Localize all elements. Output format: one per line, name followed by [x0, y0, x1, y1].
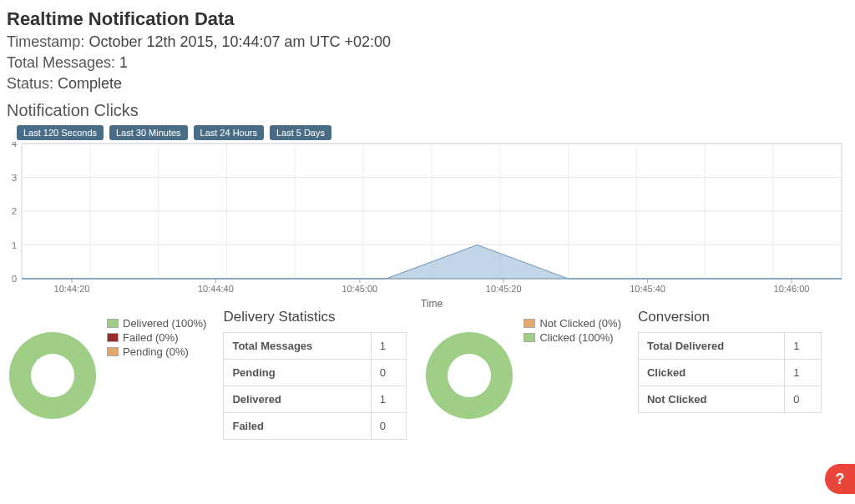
time-btn-120s[interactable]: Last 120 Seconds — [17, 125, 104, 140]
conversion-legend: Not Clicked (0%)Clicked (100%) — [524, 317, 621, 345]
legend-swatch — [107, 347, 119, 356]
svg-text:10:44:40: 10:44:40 — [198, 284, 234, 294]
legend-item: Clicked (100%) — [524, 331, 621, 344]
legend-label: Failed (0%) — [123, 331, 178, 344]
svg-text:2: 2 — [12, 206, 17, 216]
table-row: Delivered1 — [224, 386, 407, 413]
svg-text:10:46:00: 10:46:00 — [774, 284, 810, 294]
legend-swatch — [524, 333, 535, 342]
svg-text:10:45:00: 10:45:00 — [341, 284, 377, 294]
legend-item: Failed (0%) — [107, 331, 206, 344]
legend-swatch — [524, 319, 535, 328]
stat-value: 1 — [371, 386, 407, 413]
stat-label: Failed — [224, 413, 371, 440]
legend-label: Clicked (100%) — [539, 331, 613, 344]
svg-text:3: 3 — [12, 173, 17, 183]
clicks-chart: 0123410:44:2010:44:4010:45:0010:45:2010:… — [7, 142, 848, 300]
status-label: Status: — [7, 75, 53, 92]
stat-label: Pending — [224, 360, 371, 386]
stat-value: 1 — [785, 360, 822, 386]
table-row: Not Clicked0 — [638, 386, 821, 413]
table-row: Failed0 — [224, 413, 407, 440]
legend-label: Delivered (100%) — [123, 317, 206, 330]
stat-label: Total Delivered — [638, 333, 784, 360]
legend-item: Not Clicked (0%) — [524, 317, 621, 330]
stat-label: Not Clicked — [638, 386, 784, 413]
total-messages-label: Total Messages: — [7, 54, 115, 71]
clicks-section-title: Notification Clicks — [7, 101, 848, 120]
delivery-stats-title: Delivery Statistics — [223, 309, 407, 325]
stat-value: 1 — [371, 333, 407, 360]
legend-swatch — [107, 333, 119, 342]
svg-text:10:45:40: 10:45:40 — [630, 284, 665, 294]
svg-text:4: 4 — [12, 142, 17, 149]
table-row: Total Messages1 — [224, 333, 407, 360]
status-line: Status: Complete — [7, 75, 848, 93]
stat-value: 0 — [371, 413, 407, 440]
time-btn-30m[interactable]: Last 30 Minutes — [109, 125, 188, 140]
svg-text:10:45:20: 10:45:20 — [486, 284, 522, 294]
legend-label: Pending (0%) — [123, 345, 189, 358]
svg-text:1: 1 — [12, 240, 17, 250]
total-messages-line: Total Messages: 1 — [7, 54, 848, 72]
time-btn-5d[interactable]: Last 5 Days — [270, 125, 331, 140]
timestamp-label: Timestamp: — [7, 33, 84, 50]
stat-label: Delivered — [224, 386, 371, 413]
conversion-stats-panel: Conversion Total Delivered1Clicked1Not C… — [638, 309, 822, 440]
total-messages-value: 1 — [119, 54, 128, 71]
table-row: Clicked1 — [638, 360, 821, 386]
delivery-legend: Delivered (100%)Failed (0%)Pending (0%) — [107, 317, 206, 360]
svg-text:0: 0 — [12, 274, 17, 284]
delivery-stats-table: Total Messages1Pending0Delivered1Failed0 — [223, 332, 407, 440]
timestamp-value: October 12th 2015, 10:44:07 am UTC +02:0… — [89, 33, 391, 50]
table-row: Total Delivered1 — [638, 333, 821, 360]
stat-value: 0 — [785, 386, 822, 413]
delivery-stats-panel: Delivery Statistics Total Messages1Pendi… — [223, 309, 407, 440]
stat-label: Total Messages — [224, 333, 371, 360]
page-title: Realtime Notification Data — [7, 8, 848, 30]
status-value: Complete — [58, 75, 122, 92]
stat-value: 1 — [785, 333, 822, 360]
legend-swatch — [107, 319, 119, 328]
time-range-buttons: Last 120 Seconds Last 30 Minutes Last 24… — [17, 125, 848, 140]
conversion-stats-table: Total Delivered1Clicked1Not Clicked0 — [638, 332, 822, 413]
time-btn-24h[interactable]: Last 24 Hours — [194, 125, 264, 140]
stat-value: 0 — [371, 360, 407, 386]
conversion-donut-panel: Not Clicked (0%)Clicked (100%) — [423, 309, 621, 440]
timestamp-line: Timestamp: October 12th 2015, 10:44:07 a… — [7, 33, 848, 51]
table-row: Pending0 — [224, 360, 407, 386]
svg-text:Time: Time — [421, 298, 443, 309]
conversion-stats-title: Conversion — [638, 309, 822, 325]
legend-label: Not Clicked (0%) — [539, 317, 621, 330]
delivery-donut-panel: Delivered (100%)Failed (0%)Pending (0%) — [7, 309, 206, 440]
svg-text:10:44:20: 10:44:20 — [54, 284, 90, 294]
legend-item: Delivered (100%) — [107, 317, 206, 330]
stat-label: Clicked — [638, 360, 784, 386]
legend-item: Pending (0%) — [107, 345, 206, 358]
